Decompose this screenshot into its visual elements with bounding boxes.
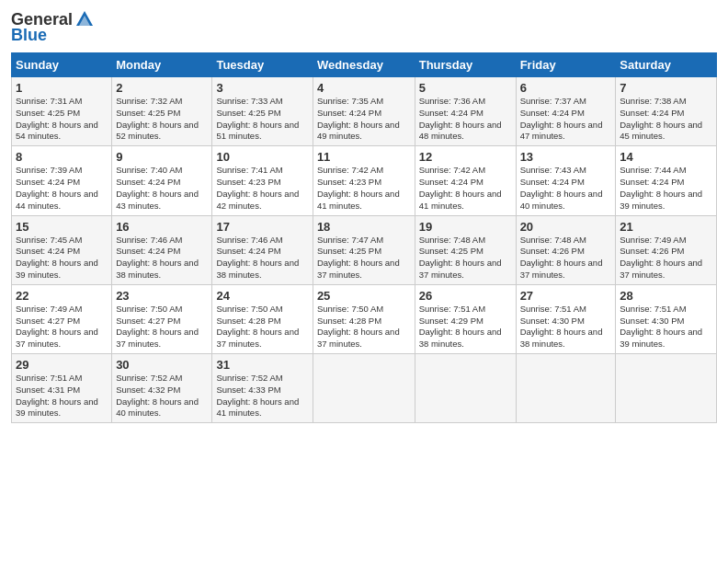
day-number: 17: [216, 220, 308, 234]
calendar-cell: 22Sunrise: 7:49 AMSunset: 4:27 PMDayligh…: [12, 284, 112, 353]
calendar-cell: 14Sunrise: 7:44 AMSunset: 4:24 PMDayligh…: [616, 146, 717, 215]
day-info: Sunrise: 7:50 AMSunset: 4:28 PMDaylight:…: [216, 304, 308, 350]
day-info: Sunrise: 7:51 AMSunset: 4:30 PMDaylight:…: [520, 304, 612, 350]
day-info: Sunrise: 7:51 AMSunset: 4:30 PMDaylight:…: [620, 304, 712, 350]
day-info: Sunrise: 7:33 AMSunset: 4:25 PMDaylight:…: [216, 96, 308, 143]
day-number: 24: [216, 289, 308, 303]
calendar-week-row: 29Sunrise: 7:51 AMSunset: 4:31 PMDayligh…: [12, 354, 717, 423]
calendar-day-header: Thursday: [415, 53, 516, 77]
calendar-cell: 1Sunrise: 7:31 AMSunset: 4:25 PMDaylight…: [12, 77, 112, 146]
day-number: 25: [317, 289, 411, 303]
calendar-cell: 17Sunrise: 7:46 AMSunset: 4:24 PMDayligh…: [212, 215, 313, 284]
calendar-week-row: 1Sunrise: 7:31 AMSunset: 4:25 PMDaylight…: [12, 77, 717, 146]
day-info: Sunrise: 7:51 AMSunset: 4:31 PMDaylight:…: [16, 373, 108, 419]
day-number: 1: [16, 81, 108, 95]
calendar-cell: 9Sunrise: 7:40 AMSunset: 4:24 PMDaylight…: [112, 146, 212, 215]
day-number: 3: [216, 81, 308, 95]
calendar-cell: 6Sunrise: 7:37 AMSunset: 4:24 PMDaylight…: [516, 77, 616, 146]
calendar-cell: 3Sunrise: 7:33 AMSunset: 4:25 PMDaylight…: [212, 77, 313, 146]
page-header: General Blue: [11, 9, 717, 45]
calendar-cell: 11Sunrise: 7:42 AMSunset: 4:23 PMDayligh…: [313, 146, 415, 215]
day-number: 26: [419, 289, 512, 303]
day-number: 16: [116, 220, 208, 234]
day-info: Sunrise: 7:47 AMSunset: 4:25 PMDaylight:…: [317, 235, 411, 282]
calendar-cell: 18Sunrise: 7:47 AMSunset: 4:25 PMDayligh…: [313, 215, 415, 284]
calendar-cell: 15Sunrise: 7:45 AMSunset: 4:24 PMDayligh…: [12, 215, 112, 284]
day-info: Sunrise: 7:43 AMSunset: 4:24 PMDaylight:…: [520, 165, 612, 212]
day-number: 12: [419, 150, 512, 164]
calendar-cell: 31Sunrise: 7:52 AMSunset: 4:33 PMDayligh…: [212, 354, 313, 423]
day-number: 31: [216, 358, 308, 372]
day-number: 27: [520, 289, 612, 303]
calendar-cell: 28Sunrise: 7:51 AMSunset: 4:30 PMDayligh…: [616, 284, 717, 353]
day-info: Sunrise: 7:38 AMSunset: 4:24 PMDaylight:…: [620, 96, 712, 143]
calendar-cell: 30Sunrise: 7:52 AMSunset: 4:32 PMDayligh…: [112, 354, 212, 423]
day-number: 10: [216, 150, 308, 164]
calendar-cell: [516, 354, 616, 423]
calendar-cell: 5Sunrise: 7:36 AMSunset: 4:24 PMDaylight…: [415, 77, 516, 146]
calendar-cell: 26Sunrise: 7:51 AMSunset: 4:29 PMDayligh…: [415, 284, 516, 353]
calendar-header-row: SundayMondayTuesdayWednesdayThursdayFrid…: [12, 53, 717, 77]
calendar-day-header: Monday: [112, 53, 212, 77]
logo-blue-text: Blue: [11, 26, 47, 45]
calendar-day-header: Friday: [516, 53, 616, 77]
day-number: 23: [116, 289, 208, 303]
calendar-cell: 25Sunrise: 7:50 AMSunset: 4:28 PMDayligh…: [313, 284, 415, 353]
day-info: Sunrise: 7:49 AMSunset: 4:27 PMDaylight:…: [16, 304, 108, 350]
day-info: Sunrise: 7:51 AMSunset: 4:29 PMDaylight:…: [419, 304, 512, 350]
day-info: Sunrise: 7:40 AMSunset: 4:24 PMDaylight:…: [116, 165, 208, 212]
day-info: Sunrise: 7:36 AMSunset: 4:24 PMDaylight:…: [419, 96, 512, 143]
day-info: Sunrise: 7:52 AMSunset: 4:33 PMDaylight:…: [216, 373, 308, 419]
day-number: 18: [317, 220, 411, 234]
calendar-cell: 2Sunrise: 7:32 AMSunset: 4:25 PMDaylight…: [112, 77, 212, 146]
day-number: 9: [116, 150, 208, 164]
calendar-cell: 7Sunrise: 7:38 AMSunset: 4:24 PMDaylight…: [616, 77, 717, 146]
calendar-cell: 23Sunrise: 7:50 AMSunset: 4:27 PMDayligh…: [112, 284, 212, 353]
calendar-cell: 12Sunrise: 7:42 AMSunset: 4:24 PMDayligh…: [415, 146, 516, 215]
calendar-cell: 16Sunrise: 7:46 AMSunset: 4:24 PMDayligh…: [112, 215, 212, 284]
calendar-cell: [313, 354, 415, 423]
logo: General Blue: [11, 9, 97, 45]
day-number: 28: [620, 289, 712, 303]
day-number: 7: [620, 81, 712, 95]
calendar-cell: 21Sunrise: 7:49 AMSunset: 4:26 PMDayligh…: [616, 215, 717, 284]
logo-icon: [74, 9, 95, 29]
day-number: 30: [116, 358, 208, 372]
day-info: Sunrise: 7:39 AMSunset: 4:24 PMDaylight:…: [16, 165, 108, 212]
calendar-cell: 4Sunrise: 7:35 AMSunset: 4:24 PMDaylight…: [313, 77, 415, 146]
day-number: 13: [520, 150, 612, 164]
day-info: Sunrise: 7:52 AMSunset: 4:32 PMDaylight:…: [116, 373, 208, 419]
day-info: Sunrise: 7:48 AMSunset: 4:26 PMDaylight:…: [520, 235, 612, 282]
calendar-cell: 29Sunrise: 7:51 AMSunset: 4:31 PMDayligh…: [12, 354, 112, 423]
day-number: 20: [520, 220, 612, 234]
day-info: Sunrise: 7:41 AMSunset: 4:23 PMDaylight:…: [216, 165, 308, 212]
day-number: 15: [16, 220, 108, 234]
day-info: Sunrise: 7:32 AMSunset: 4:25 PMDaylight:…: [116, 96, 208, 143]
calendar-cell: 10Sunrise: 7:41 AMSunset: 4:23 PMDayligh…: [212, 146, 313, 215]
day-number: 19: [419, 220, 512, 234]
page-container: General Blue SundayMondayTuesdayWednesda…: [0, 0, 728, 431]
day-number: 2: [116, 81, 208, 95]
day-info: Sunrise: 7:46 AMSunset: 4:24 PMDaylight:…: [116, 235, 208, 282]
calendar-cell: 27Sunrise: 7:51 AMSunset: 4:30 PMDayligh…: [516, 284, 616, 353]
day-info: Sunrise: 7:49 AMSunset: 4:26 PMDaylight:…: [620, 235, 712, 282]
calendar-cell: 8Sunrise: 7:39 AMSunset: 4:24 PMDaylight…: [12, 146, 112, 215]
calendar-week-row: 15Sunrise: 7:45 AMSunset: 4:24 PMDayligh…: [12, 215, 717, 284]
day-info: Sunrise: 7:50 AMSunset: 4:27 PMDaylight:…: [116, 304, 208, 350]
day-number: 14: [620, 150, 712, 164]
day-info: Sunrise: 7:46 AMSunset: 4:24 PMDaylight:…: [216, 235, 308, 282]
day-number: 8: [16, 150, 108, 164]
day-number: 5: [419, 81, 512, 95]
day-number: 29: [16, 358, 108, 372]
day-number: 11: [317, 150, 411, 164]
day-number: 6: [520, 81, 612, 95]
calendar-cell: 20Sunrise: 7:48 AMSunset: 4:26 PMDayligh…: [516, 215, 616, 284]
calendar-day-header: Sunday: [12, 53, 112, 77]
calendar-cell: 19Sunrise: 7:48 AMSunset: 4:25 PMDayligh…: [415, 215, 516, 284]
calendar-cell: [616, 354, 717, 423]
day-number: 4: [317, 81, 411, 95]
calendar-body: 1Sunrise: 7:31 AMSunset: 4:25 PMDaylight…: [12, 77, 717, 423]
day-number: 22: [16, 289, 108, 303]
calendar-cell: 24Sunrise: 7:50 AMSunset: 4:28 PMDayligh…: [212, 284, 313, 353]
day-info: Sunrise: 7:31 AMSunset: 4:25 PMDaylight:…: [16, 96, 108, 143]
